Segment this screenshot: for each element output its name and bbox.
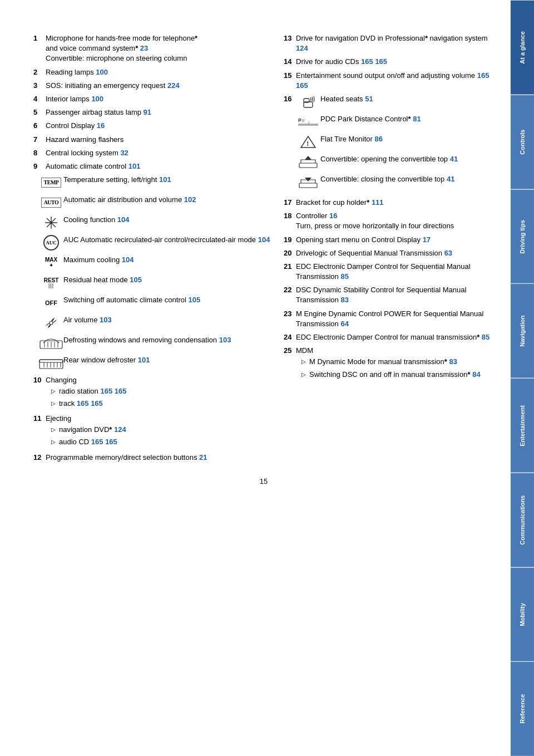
page-link[interactable]: 103 <box>219 336 231 344</box>
page-link[interactable]: 105 <box>130 276 142 284</box>
cooling-icon <box>39 215 63 230</box>
item-text: Passenger airbag status lamp <box>46 108 144 116</box>
page-link[interactable]: 85 <box>482 333 490 341</box>
auto-icon: AUTO <box>39 195 63 210</box>
page-link[interactable]: 104 <box>258 235 270 244</box>
sidebar-tab-reference[interactable]: Reference <box>511 661 534 756</box>
page-link[interactable]: 86 <box>375 135 383 143</box>
page-link[interactable]: 21 <box>199 453 207 462</box>
page-link[interactable]: 124 <box>296 44 308 52</box>
page-link[interactable]: 165 <box>91 399 103 408</box>
page-link[interactable]: 104 <box>122 256 134 264</box>
item-number: 24 <box>284 332 296 342</box>
page-link[interactable]: 64 <box>340 320 348 328</box>
page-link[interactable]: 165 <box>375 57 387 66</box>
sidebar-tab-communications[interactable]: Communications <box>511 473 534 567</box>
page-link[interactable]: 32 <box>120 149 128 157</box>
item-text: DSC Dynamic Stability Control for Sequen… <box>296 286 466 304</box>
item-content: Passenger airbag status lamp 91 <box>46 107 273 117</box>
page-link[interactable]: 84 <box>472 370 480 379</box>
svg-text:𝑙: 𝑙 <box>308 121 309 125</box>
item-content: SOS: initiating an emergency request 224 <box>46 81 273 91</box>
sidebar-tab-entertainment[interactable]: Entertainment <box>511 378 534 473</box>
page-link[interactable]: 16 <box>97 121 105 130</box>
max-label-group: MAX ✦ <box>45 257 57 268</box>
page-link[interactable]: 63 <box>444 249 452 257</box>
page-link[interactable]: 165 <box>296 81 308 90</box>
auc-circle: AUC <box>43 235 59 251</box>
page-link[interactable]: 165 <box>361 57 373 66</box>
item-number: 22 <box>284 285 296 305</box>
page-link[interactable]: 83 <box>340 296 348 304</box>
page-link[interactable]: 104 <box>117 215 130 224</box>
page-link[interactable]: 100 <box>96 68 108 76</box>
sidebar-tab-at-a-glance[interactable]: At a glance <box>511 0 534 95</box>
item-content: M Engine Dynamic Control POWER for Seque… <box>296 309 494 329</box>
page-link[interactable]: 41 <box>450 155 458 163</box>
page-link[interactable]: 83 <box>449 357 457 366</box>
item-text: Drivelogic of Sequential Manual Transmis… <box>296 249 444 257</box>
page-link[interactable]: 81 <box>413 115 421 123</box>
bullet-text: M Dynamic Mode for manual transmission* … <box>309 357 457 367</box>
page-link[interactable]: 23 <box>140 44 148 52</box>
page-link[interactable]: 165 <box>115 387 127 395</box>
list-item: 12 Programmable memory/direct selection … <box>33 453 273 463</box>
list-item: 4 Interior lamps 100 <box>33 94 273 104</box>
page-link[interactable]: 165 <box>477 71 490 80</box>
item-content: Heated seats 51 P // 𝑙 <box>296 94 494 194</box>
page-link[interactable]: 224 <box>167 81 180 90</box>
list-item: 3 SOS: initiating an emergency request 2… <box>33 81 273 91</box>
convertible-open-icon <box>296 154 320 170</box>
page-link[interactable]: 165 <box>77 399 89 408</box>
list-item: 21 EDC Electronic Damper Control for Seq… <box>284 262 494 282</box>
pdc-icon: P // 𝑙 <box>296 114 320 130</box>
page-link[interactable]: 101 <box>159 175 171 184</box>
sub-item-text: Air volume 103 <box>63 315 273 325</box>
page-link[interactable]: 100 <box>91 95 103 103</box>
item-number: 19 <box>284 235 296 245</box>
item-text: Entertainment sound output on/off and ad… <box>296 71 477 80</box>
page-link[interactable]: 41 <box>447 175 454 183</box>
bullet-item: ▷ track 165 165 <box>46 399 273 409</box>
page-link[interactable]: 103 <box>100 316 112 324</box>
auto-label: AUTO <box>41 198 62 208</box>
sidebar: At a glance Controls Driving tips Naviga… <box>511 0 534 756</box>
page-link[interactable]: 165 <box>100 387 112 395</box>
page-link[interactable]: 17 <box>423 235 431 244</box>
item-text: Microphone for hands-free mode for telep… <box>46 34 197 42</box>
page-link[interactable]: 16 <box>329 212 337 220</box>
sidebar-tab-mobility[interactable]: Mobility <box>511 567 534 662</box>
climate-sub-item: TEMP Temperature setting, left/right 101 <box>33 175 273 190</box>
sidebar-tab-controls[interactable]: Controls <box>511 95 534 189</box>
list-item: 1 Microphone for hands-free mode for tel… <box>33 33 273 64</box>
page-link[interactable]: 101 <box>138 356 150 364</box>
page-link[interactable]: 101 <box>128 162 141 170</box>
page-link[interactable]: 165 <box>91 438 103 446</box>
rear-defrost-icon <box>39 355 63 371</box>
sidebar-tab-driving-tips[interactable]: Driving tips <box>511 189 534 284</box>
page-link[interactable]: 105 <box>188 296 200 304</box>
page-link[interactable]: 51 <box>365 95 373 103</box>
list-item: 14 Drive for audio CDs 165 165 <box>284 57 494 67</box>
page-link[interactable]: 85 <box>340 272 348 281</box>
item-number: 14 <box>284 57 296 67</box>
sub-item: Convertible: opening the convertible top… <box>296 154 494 170</box>
item-text: M Engine Dynamic Control POWER for Seque… <box>296 310 483 328</box>
list-item: 24 EDC Electronic Damper Control for man… <box>284 332 494 342</box>
item-continuation: and voice command system* 23 <box>46 44 148 52</box>
item-content: Drive for audio CDs 165 165 <box>296 57 494 67</box>
item-number: 13 <box>284 33 296 53</box>
rest-lines: ||| <box>48 283 54 288</box>
page-link[interactable]: 165 <box>105 438 117 446</box>
sidebar-tab-navigation[interactable]: Navigation <box>511 283 534 378</box>
snowflake-svg <box>43 215 59 230</box>
page-link[interactable]: 111 <box>372 198 384 207</box>
climate-sub-item: MAX ✦ Maximum cooling 104 <box>33 255 273 271</box>
bullet-text: track 165 165 <box>59 399 103 409</box>
item-content: Drivelogic of Sequential Manual Transmis… <box>296 248 494 258</box>
page-link[interactable]: 124 <box>114 425 126 434</box>
page-link[interactable]: 91 <box>144 108 151 116</box>
page-link[interactable]: 102 <box>184 195 196 204</box>
svg-rect-13 <box>39 360 63 362</box>
seat-svg <box>300 94 316 110</box>
